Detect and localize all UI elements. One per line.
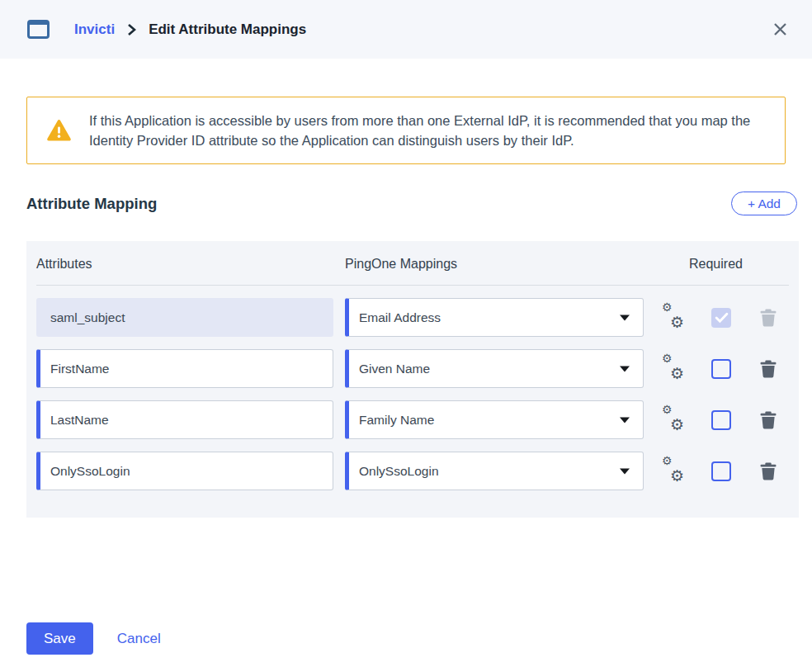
trash-icon <box>760 462 777 480</box>
attribute-mapping-table: Attributes PingOne Mappings Required sam… <box>26 241 799 518</box>
warning-banner: If this Application is accessible by use… <box>26 97 786 164</box>
trash-icon <box>760 411 777 429</box>
gear-icon: ⚙ <box>670 315 684 330</box>
gear-icon: ⚙ <box>662 404 673 415</box>
chevron-down-icon <box>620 315 630 320</box>
trash-icon <box>760 360 777 378</box>
chevron-down-icon <box>620 468 630 474</box>
close-button[interactable] <box>768 17 792 41</box>
chevron-down-icon <box>620 417 630 423</box>
required-checkbox[interactable] <box>711 461 731 481</box>
row-controls: ⚙ ⚙ <box>662 409 789 432</box>
warning-banner-text: If this Application is accessible by use… <box>89 111 768 150</box>
advanced-settings-gear-icon[interactable]: ⚙ ⚙ <box>662 409 685 432</box>
column-header-attributes: Attributes <box>36 257 333 272</box>
table-row: LastName Family Name ⚙ ⚙ <box>36 400 789 439</box>
mapping-select-value: OnlySsoLogin <box>359 464 439 479</box>
required-checkbox[interactable] <box>711 359 731 379</box>
app-window-icon <box>27 20 50 39</box>
gear-icon: ⚙ <box>670 366 684 381</box>
column-header-mappings: PingOne Mappings <box>345 257 644 272</box>
attribute-input[interactable]: LastName <box>36 400 333 439</box>
table-row: FirstName Given Name ⚙ ⚙ <box>36 349 789 388</box>
attribute-input[interactable]: saml_subject <box>36 298 333 337</box>
gear-icon: ⚙ <box>662 301 673 313</box>
gear-icon: ⚙ <box>670 417 684 433</box>
mapping-select-value: Family Name <box>359 413 434 428</box>
required-checkbox[interactable] <box>711 410 731 430</box>
row-controls: ⚙ ⚙ <box>662 306 789 329</box>
delete-row-button[interactable] <box>760 411 777 429</box>
section-header: Attribute Mapping + Add <box>26 192 797 215</box>
delete-row-button[interactable] <box>760 462 777 480</box>
row-controls: ⚙ ⚙ <box>662 357 789 381</box>
table-header-row: Attributes PingOne Mappings Required <box>36 257 789 286</box>
chevron-down-icon <box>620 366 630 371</box>
breadcrumb: Invicti Edit Attribute Mappings <box>74 21 306 38</box>
breadcrumb-app-link[interactable]: Invicti <box>74 21 115 38</box>
table-row: OnlySsoLogin OnlySsoLogin ⚙ ⚙ <box>36 452 789 490</box>
add-attribute-button[interactable]: + Add <box>731 192 797 215</box>
cancel-link[interactable]: Cancel <box>117 631 161 647</box>
mapping-select[interactable]: OnlySsoLogin <box>345 452 644 490</box>
close-icon <box>772 21 789 38</box>
column-header-required: Required <box>689 257 789 272</box>
dialog-footer: Save Cancel <box>26 622 812 655</box>
attribute-input[interactable]: FirstName <box>36 349 333 388</box>
mapping-select[interactable]: Family Name <box>345 400 644 439</box>
advanced-settings-gear-icon[interactable]: ⚙ ⚙ <box>662 460 685 483</box>
advanced-settings-gear-icon[interactable]: ⚙ ⚙ <box>662 357 685 381</box>
row-controls: ⚙ ⚙ <box>662 460 789 483</box>
mapping-select[interactable]: Given Name <box>345 349 644 388</box>
advanced-settings-gear-icon[interactable]: ⚙ ⚙ <box>662 306 685 329</box>
trash-icon <box>760 309 777 327</box>
dialog-header: Invicti Edit Attribute Mappings <box>0 0 812 59</box>
gear-icon: ⚙ <box>670 468 684 484</box>
section-title: Attribute Mapping <box>26 195 157 213</box>
save-button[interactable]: Save <box>26 622 93 655</box>
table-row: saml_subject Email Address ⚙ ⚙ <box>36 298 789 337</box>
required-checkbox[interactable] <box>711 308 731 328</box>
gear-icon: ⚙ <box>662 352 673 364</box>
delete-row-button[interactable] <box>760 360 777 378</box>
attribute-input[interactable]: OnlySsoLogin <box>36 452 333 490</box>
mapping-select[interactable]: Email Address <box>345 298 644 337</box>
page-title: Edit Attribute Mappings <box>149 21 306 38</box>
delete-row-button[interactable] <box>760 309 777 327</box>
gear-icon: ⚙ <box>662 455 673 466</box>
checkmark-icon <box>715 312 729 324</box>
mapping-select-value: Email Address <box>359 310 441 325</box>
warning-triangle-icon <box>46 119 72 142</box>
chevron-right-icon <box>126 23 137 36</box>
mapping-select-value: Given Name <box>359 362 430 376</box>
